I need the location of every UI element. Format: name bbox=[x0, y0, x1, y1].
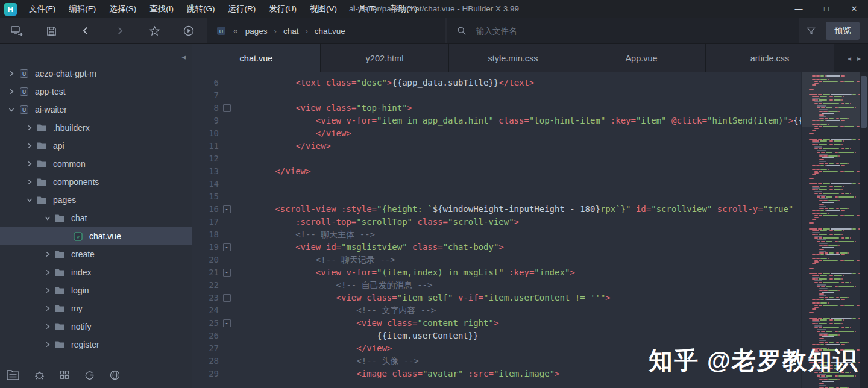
editor[interactable]: 6 <text class="desc">{{app_data.subTitle… bbox=[192, 72, 868, 388]
menu-item-1[interactable]: 文件(F) bbox=[22, 0, 62, 18]
tree-item-ai-waiter[interactable]: Uai-waiter bbox=[0, 101, 192, 119]
tree-item-register[interactable]: register bbox=[0, 336, 192, 354]
search-input[interactable] bbox=[475, 26, 658, 36]
menu-item-5[interactable]: 跳转(G) bbox=[180, 0, 222, 18]
vertical-scrollbar[interactable] bbox=[860, 72, 868, 388]
chevron-right-icon[interactable] bbox=[6, 69, 16, 78]
close-button[interactable]: ✕ bbox=[840, 0, 868, 18]
file-search-box[interactable] bbox=[447, 18, 799, 43]
tree-item-components[interactable]: components bbox=[0, 173, 192, 191]
minimize-button[interactable]: — bbox=[785, 0, 813, 18]
menu-item-7[interactable]: 发行(U) bbox=[262, 0, 303, 18]
globe-icon[interactable] bbox=[109, 369, 121, 381]
code-line-11[interactable]: 11 </view> bbox=[192, 140, 801, 152]
menu-item-3[interactable]: 选择(S) bbox=[102, 0, 143, 18]
tree-item-app-test[interactable]: Uapp-test bbox=[0, 83, 192, 101]
tree-item-login[interactable]: login bbox=[0, 281, 192, 299]
code-line-18[interactable]: 18 <!-- 聊天主体 --> bbox=[192, 228, 801, 241]
back-icon[interactable] bbox=[78, 23, 93, 38]
breadcrumb-collapse-icon[interactable]: « bbox=[233, 26, 238, 36]
fold-marker-icon[interactable]: - bbox=[219, 203, 234, 216]
tab-style.min.css[interactable]: style.min.css bbox=[449, 44, 577, 72]
tree-item-common[interactable]: common bbox=[0, 155, 192, 173]
menu-item-8[interactable]: 视图(V) bbox=[303, 0, 344, 18]
fold-marker-icon[interactable]: - bbox=[219, 292, 234, 304]
star-icon[interactable] bbox=[147, 23, 162, 38]
chevron-down-icon[interactable] bbox=[24, 196, 34, 204]
tree-item-api[interactable]: api bbox=[0, 137, 192, 155]
save-icon[interactable] bbox=[44, 23, 58, 38]
tree-item-notify[interactable]: notify bbox=[0, 318, 192, 336]
code-line-23[interactable]: 23- <view class="item self" v-if="item.u… bbox=[192, 292, 801, 304]
code-line-13[interactable]: 13 </view> bbox=[192, 165, 801, 178]
tab-scroll-left-icon[interactable]: ◂ bbox=[848, 54, 851, 63]
chevron-right-icon[interactable] bbox=[42, 268, 52, 277]
code-line-19[interactable]: 19- <view id="msglistview" class="chat-b… bbox=[192, 241, 801, 254]
code-line-17[interactable]: 17 :scroll-top="scrollTop" class="scroll… bbox=[192, 216, 801, 228]
breadcrumb-item-chat[interactable]: chat bbox=[282, 27, 300, 36]
code-line-24[interactable]: 24 <!-- 文字内容 --> bbox=[192, 304, 801, 317]
tree-item-pages[interactable]: pages bbox=[0, 191, 192, 209]
fold-marker-icon[interactable]: - bbox=[219, 102, 234, 114]
tab-y202.html[interactable]: y202.html bbox=[321, 44, 449, 72]
tree-item-.hbuilderx[interactable]: .hbuilderx bbox=[0, 119, 192, 137]
sidebar-collapse-icon[interactable]: ◂ bbox=[181, 52, 186, 61]
run-icon[interactable] bbox=[181, 23, 196, 38]
fold-marker-icon[interactable]: - bbox=[219, 266, 234, 279]
tab-article.css[interactable]: article.css bbox=[706, 44, 834, 72]
chevron-right-icon[interactable] bbox=[42, 322, 52, 331]
chevron-right-icon[interactable] bbox=[42, 340, 52, 349]
filter-icon[interactable] bbox=[799, 26, 823, 36]
chevron-right-icon[interactable] bbox=[24, 142, 34, 150]
fold-marker-icon[interactable]: - bbox=[219, 317, 234, 330]
tree-item-index[interactable]: index bbox=[0, 263, 192, 281]
menu-item-6[interactable]: 运行(R) bbox=[222, 0, 263, 18]
tree-item-aezo-chat-gpt-m[interactable]: Uaezo-chat-gpt-m bbox=[0, 64, 192, 83]
forward-icon[interactable] bbox=[113, 23, 127, 38]
files-panel-icon[interactable] bbox=[6, 369, 20, 381]
chevron-down-icon[interactable] bbox=[6, 105, 16, 114]
code-line-12[interactable]: 12 bbox=[192, 152, 801, 165]
menu-item-4[interactable]: 查找(I) bbox=[143, 0, 180, 18]
tree-item-my[interactable]: my bbox=[0, 299, 192, 318]
code-line-22[interactable]: 22 <!-- 自己发的消息 --> bbox=[192, 279, 801, 292]
tree-item-chat[interactable]: chat bbox=[0, 209, 192, 227]
preview-button[interactable]: 预览 bbox=[826, 22, 860, 40]
chevron-right-icon[interactable] bbox=[6, 87, 16, 96]
menu-item-2[interactable]: 编辑(E) bbox=[62, 0, 102, 18]
tab-app.vue[interactable]: App.vue bbox=[577, 44, 706, 72]
letter-g-icon[interactable] bbox=[84, 369, 95, 381]
maximize-button[interactable]: □ bbox=[813, 0, 840, 18]
chevron-right-icon[interactable] bbox=[24, 178, 34, 186]
chevron-right-icon[interactable] bbox=[42, 250, 52, 258]
chevron-right-icon[interactable] bbox=[24, 124, 34, 132]
code-line-26[interactable]: 26 {{item.userContent}} bbox=[192, 330, 801, 342]
fold-marker-icon[interactable]: - bbox=[219, 241, 234, 254]
device-sync-icon[interactable] bbox=[10, 23, 24, 38]
chevron-right-icon[interactable] bbox=[42, 304, 52, 313]
breadcrumb-item-chat.vue[interactable]: chat.vue bbox=[313, 27, 347, 36]
bug-icon[interactable] bbox=[34, 369, 45, 381]
code-line-16[interactable]: 16- <scroll-view :style="{height: `${win… bbox=[192, 203, 801, 216]
tree-item-chat.vue[interactable]: Vchat.vue bbox=[0, 227, 192, 245]
tab-scroll-right-icon[interactable]: ▸ bbox=[857, 54, 861, 63]
code-line-6[interactable]: 6 <text class="desc">{{app_data.subTitle… bbox=[192, 77, 801, 89]
code-line-7[interactable]: 7 bbox=[192, 89, 801, 102]
breadcrumb-item-pages[interactable]: pages bbox=[244, 27, 269, 36]
code-line-20[interactable]: 20 <!-- 聊天记录 --> bbox=[192, 254, 801, 266]
code-line-8[interactable]: 8- <view class="top-hint"> bbox=[192, 102, 801, 114]
code-line-25[interactable]: 25- <view class="content right"> bbox=[192, 317, 801, 330]
code-line-15[interactable]: 15 bbox=[192, 190, 801, 203]
grid-icon[interactable] bbox=[59, 369, 70, 380]
chevron-right-icon[interactable] bbox=[42, 286, 52, 295]
minimap-viewport[interactable] bbox=[802, 72, 860, 127]
code-line-14[interactable]: 14 bbox=[192, 178, 801, 190]
tab-chat.vue[interactable]: chat.vue bbox=[192, 44, 321, 72]
code-area[interactable]: 6 <text class="desc">{{app_data.subTitle… bbox=[192, 72, 801, 388]
code-line-21[interactable]: 21- <view v-for="(item,index) in msgList… bbox=[192, 266, 801, 279]
code-line-10[interactable]: 10 </view> bbox=[192, 127, 801, 140]
chevron-right-icon[interactable] bbox=[24, 160, 34, 168]
minimap[interactable] bbox=[801, 72, 860, 388]
scrollbar-thumb[interactable] bbox=[861, 76, 867, 128]
code-line-9[interactable]: 9 <view v-for="item in app_data.hint" cl… bbox=[192, 114, 801, 127]
